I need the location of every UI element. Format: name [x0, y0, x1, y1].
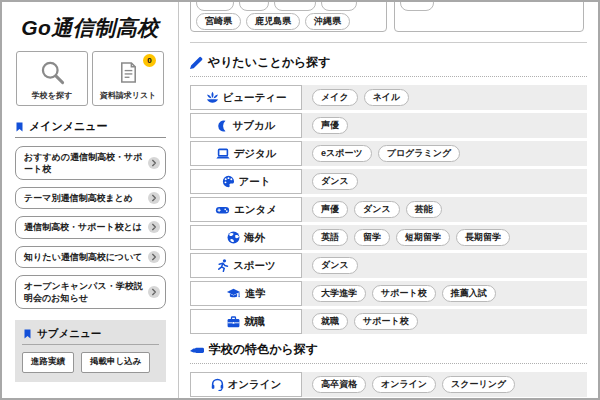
section-title: 学校の特色から探す	[190, 341, 587, 358]
sidebar-menu-item-label: おすすめの通信制高校・サポート校	[24, 151, 145, 175]
category-cell[interactable]: 進学	[190, 281, 302, 306]
secondary-box	[394, 2, 584, 32]
sub-menu-heading: サブメニュー	[23, 327, 159, 341]
tag[interactable]: eスポーツ	[312, 145, 372, 162]
category-label: 就職	[244, 315, 265, 329]
tag[interactable]: 推薦入試	[442, 285, 496, 302]
tag[interactable]: サポート校	[372, 285, 436, 302]
marker-icon	[190, 344, 204, 356]
bookmark-icon	[23, 328, 32, 340]
category-row: サブカル声優	[190, 113, 587, 138]
category-cell[interactable]: オンライン	[190, 372, 302, 397]
category-cell[interactable]: スポーツ	[190, 253, 302, 278]
sub-menu-button[interactable]: 掲載申し込み	[81, 352, 150, 373]
tag-area: ダンス	[302, 169, 587, 194]
main-menu-divider	[15, 137, 166, 138]
main-content: 宮崎県鹿児島県沖縄県 やりたいことから探すビューティーメイクネイルサブカル声優デ…	[179, 2, 598, 398]
tag[interactable]: ダンス	[354, 201, 400, 218]
request-list-label: 資料請求リスト	[100, 90, 157, 101]
runner-icon	[216, 259, 229, 272]
tag[interactable]: ネイル	[364, 89, 410, 106]
gamepad-icon	[215, 204, 230, 216]
category-row: ビューティーメイクネイル	[190, 85, 587, 110]
tag[interactable]: 高卒資格	[312, 376, 366, 393]
sub-menu-divider	[22, 344, 159, 345]
tag-partial[interactable]	[196, 2, 234, 11]
category-cell[interactable]: デジタル	[190, 141, 302, 166]
graduation-cap-icon	[226, 288, 241, 300]
category-cell[interactable]: ビューティー	[190, 85, 302, 110]
tag[interactable]: 声優	[312, 117, 348, 134]
sub-menu-title: サブメニュー	[37, 327, 101, 341]
category-row: デジタルeスポーツプログラミング	[190, 141, 587, 166]
search-school-label: 学校を探す	[32, 90, 72, 101]
category-cell[interactable]: エンタメ	[190, 197, 302, 222]
tag[interactable]: 就職	[312, 313, 348, 330]
prefecture-tag[interactable]: 鹿児島県	[246, 13, 300, 30]
beauty-icon	[206, 91, 219, 104]
sidebar-menu-item-label: オープンキャンパス・学校説明会のお知らせ	[24, 280, 145, 304]
tag-area: eスポーツプログラミング	[302, 141, 587, 166]
tag[interactable]: 大学進学	[312, 285, 366, 302]
category-label: エンタメ	[234, 203, 277, 217]
tag[interactable]: ダンス	[312, 173, 358, 190]
tag[interactable]: プログラミング	[378, 145, 460, 162]
tag[interactable]: 英語	[312, 229, 348, 246]
tag-area: メイクネイル	[302, 85, 587, 110]
sidebar-menu-item-label: 通信制高校・サポート校とは	[24, 221, 142, 233]
chevron-right-icon	[148, 157, 160, 169]
tag-partial[interactable]	[239, 2, 269, 11]
sidebar: Go通信制高校 学校を探す 0 資料請求リスト メインメニュー おすすめの通信制…	[2, 2, 178, 398]
section-title: やりたいことから探す	[190, 54, 587, 71]
category-sections: やりたいことから探すビューティーメイクネイルサブカル声優デジタルeスポーツプログ…	[190, 49, 587, 398]
main-menu-heading: メインメニュー	[15, 119, 166, 134]
tag[interactable]: サポート校	[354, 313, 418, 330]
tag-area: 英語留学短期留学長期留学	[302, 225, 587, 250]
dotted-divider	[190, 363, 587, 364]
tag[interactable]: オンライン	[372, 376, 436, 393]
category-cell[interactable]: アート	[190, 169, 302, 194]
category-label: アート	[239, 175, 271, 189]
category-cell[interactable]: 就職	[190, 309, 302, 334]
sidebar-menu-item[interactable]: オープンキャンパス・学校説明会のお知らせ	[15, 275, 166, 309]
sidebar-menu-item[interactable]: 知りたい通信制高校について	[15, 246, 166, 268]
prefecture-tags-row: 宮崎県鹿児島県沖縄県	[196, 13, 350, 30]
tag-partial[interactable]	[400, 2, 434, 11]
chevron-right-icon	[148, 192, 160, 204]
prefecture-tags-cutoff-row	[196, 2, 357, 11]
dotted-divider	[190, 76, 587, 77]
tag[interactable]: 声優	[312, 201, 348, 218]
category-label: デジタル	[234, 147, 277, 161]
moon-icon	[217, 120, 229, 132]
headset-icon	[211, 378, 224, 391]
category-label: サブカル	[233, 119, 276, 133]
sidebar-top-buttons: 学校を探す 0 資料請求リスト	[2, 51, 178, 106]
tag[interactable]: 留学	[354, 229, 390, 246]
tag[interactable]: スクーリング	[442, 376, 515, 393]
sidebar-menu-item[interactable]: テーマ別通信制高校まとめ	[15, 187, 166, 209]
sidebar-menu-item[interactable]: 通信制高校・サポート校とは	[15, 216, 166, 238]
sidebar-menu-item[interactable]: おすすめの通信制高校・サポート校	[15, 146, 166, 180]
tag-partial[interactable]	[274, 2, 316, 11]
request-count-badge: 0	[143, 54, 156, 67]
tag[interactable]: 芸能	[406, 201, 442, 218]
category-row: エンタメ声優ダンス芸能	[190, 197, 587, 222]
category-cell[interactable]: 海外	[190, 225, 302, 250]
sub-menu-button[interactable]: 進路実績	[22, 352, 74, 373]
request-list-button[interactable]: 0 資料請求リスト	[92, 51, 164, 106]
tag[interactable]: ダンス	[312, 257, 358, 274]
palette-icon	[222, 175, 235, 188]
tag[interactable]: メイク	[312, 89, 358, 106]
tag[interactable]: 長期留学	[456, 229, 510, 246]
prefecture-tag[interactable]: 沖縄県	[305, 13, 350, 30]
tag-area: 声優	[302, 113, 587, 138]
prefecture-tag[interactable]: 宮崎県	[196, 13, 241, 30]
category-row: 進学大学進学サポート校推薦入試	[190, 281, 587, 306]
category-row: 就職就職サポート校	[190, 309, 587, 334]
tag[interactable]: 短期留学	[396, 229, 450, 246]
site-logo[interactable]: Go通信制高校	[2, 14, 178, 42]
tag-area: 高卒資格オンラインスクーリング	[302, 372, 587, 397]
category-cell[interactable]: サブカル	[190, 113, 302, 138]
tag-partial[interactable]	[321, 2, 357, 11]
search-school-button[interactable]: 学校を探す	[16, 51, 88, 106]
